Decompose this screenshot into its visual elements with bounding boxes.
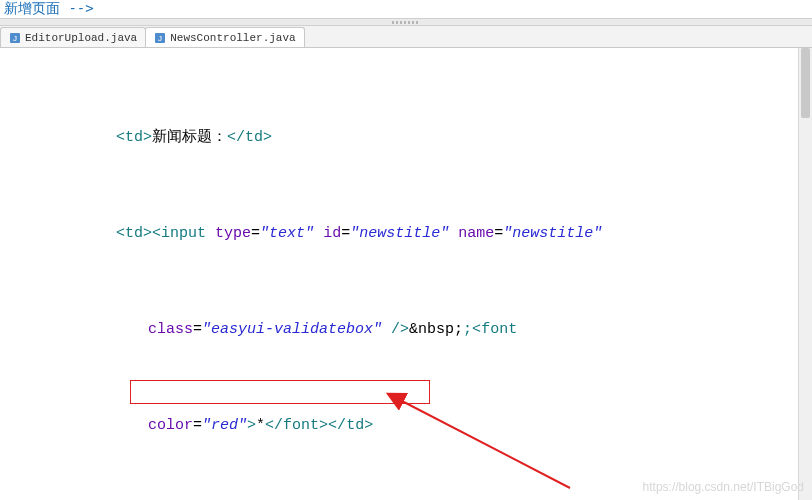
fragment-text: 新增页面 -->	[4, 0, 94, 16]
code-line: color="red">*</font></td>	[4, 414, 808, 438]
java-file-icon: J	[154, 32, 166, 44]
code-line: <td>新闻标题：</td>	[4, 126, 808, 150]
svg-text:J: J	[158, 34, 162, 43]
tab-label: NewsController.java	[170, 32, 295, 44]
code-line: <td><input type="text" id="newstitle" na…	[4, 222, 808, 246]
svg-text:J: J	[13, 34, 17, 43]
tab-editorupload[interactable]: J EditorUpload.java	[0, 27, 146, 47]
editor-tabbar: J EditorUpload.java J NewsController.jav…	[0, 26, 812, 48]
visible-fragment: 新增页面 -->	[0, 0, 812, 18]
tab-newscontroller[interactable]: J NewsController.java	[145, 27, 304, 47]
watermark-text: https://blog.csdn.net/ITBigGod	[643, 480, 804, 494]
scrollbar-thumb[interactable]	[801, 48, 810, 118]
code-editor[interactable]: <td>新闻标题：</td> <td><input type="text" id…	[0, 48, 812, 500]
pane-drag-handle[interactable]	[0, 18, 812, 26]
tab-label: EditorUpload.java	[25, 32, 137, 44]
annotation-highlight-box	[130, 380, 430, 404]
code-line: class="easyui-validatebox" />&nbsp;;<fon…	[4, 318, 808, 342]
java-file-icon: J	[9, 32, 21, 44]
vertical-scrollbar[interactable]	[798, 48, 812, 500]
